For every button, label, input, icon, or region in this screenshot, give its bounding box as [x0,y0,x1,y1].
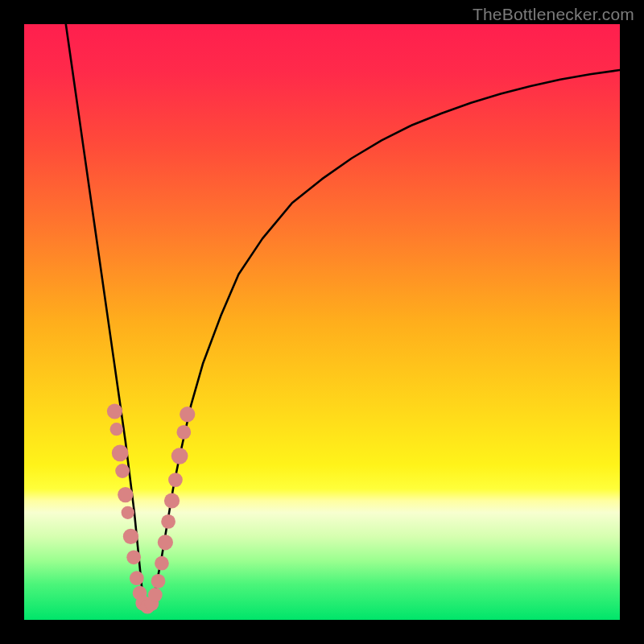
sample-marker [126,550,141,564]
sample-marker [122,506,134,519]
sample-marker [130,571,144,585]
sample-marker [151,574,166,588]
plot-area [24,24,620,620]
sample-markers [107,403,196,613]
sample-marker [118,487,133,502]
sample-marker [161,514,175,529]
sample-marker [164,493,180,508]
sample-marker [180,407,195,422]
sample-marker [176,425,191,440]
curve-layer [24,24,620,620]
bottleneck-curve [66,24,620,608]
sample-marker [158,535,173,550]
sample-marker [110,423,123,436]
attribution-text: TheBottlenecker.com [473,5,634,24]
sample-marker [107,403,122,419]
sample-marker [112,444,129,461]
sample-marker [168,473,183,487]
chart-frame: TheBottlenecker.com [0,0,644,644]
sample-marker [115,464,130,478]
sample-marker [123,529,138,544]
sample-marker [155,556,169,571]
sample-marker [171,448,188,464]
sample-marker [148,588,163,602]
